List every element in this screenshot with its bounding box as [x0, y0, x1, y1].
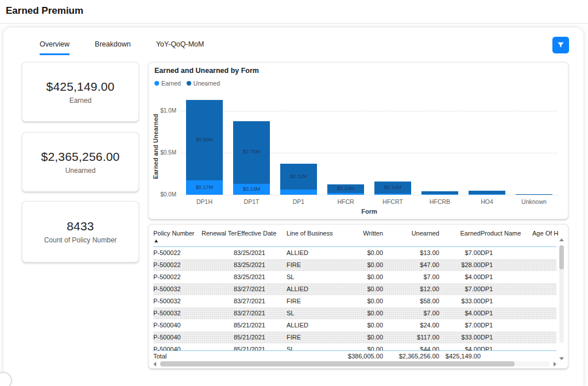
cell-effective-date: 3/25/2021	[237, 247, 287, 259]
kpi-value: $2,365,256.00	[41, 150, 120, 164]
cell-policy-number: P-500040	[153, 331, 202, 343]
table-row[interactable]: P-50004085/21/2021ALLIED$0.00$24.00$7.00…	[153, 319, 556, 331]
vertical-scrollbar	[559, 225, 565, 368]
cell-written: $0.00	[338, 247, 383, 259]
tab-breakdown[interactable]: Breakdown	[95, 40, 131, 55]
bar-data-label: $0.75M	[233, 149, 270, 155]
table-row[interactable]: P-50003283/27/2021ALLIED$0.00$12.00$7.00…	[153, 283, 556, 295]
cell-policy-number: P-500022	[153, 247, 202, 259]
filter-icon	[556, 41, 565, 49]
x-category-label: DP1H	[181, 198, 228, 205]
cell-age-of-ho	[532, 247, 559, 259]
bar-segment-earned-DP1[interactable]	[280, 190, 317, 195]
cell-policy-number: P-500022	[153, 271, 202, 283]
bar-segment-earned-HFCRB[interactable]	[421, 194, 458, 195]
column-header-effective-date[interactable]: Effective Date	[237, 225, 287, 246]
cell-effective-date: 3/27/2021	[237, 307, 287, 319]
x-category-label: HFCRB	[416, 198, 463, 205]
table-row[interactable]: P-50002283/25/2021SL$0.00$7.00$4.00DP1	[153, 271, 556, 283]
table-row[interactable]: P-50003283/27/2021SL$0.00$7.00$4.00DP1	[153, 307, 556, 319]
total-cell-product-name	[481, 351, 532, 362]
bar-segment-unearned-HO4[interactable]	[469, 191, 505, 194]
kpi-card-earned: $425,149.00 Earned	[22, 62, 139, 122]
cell-age-of-ho	[532, 283, 559, 295]
vertical-scroll-track[interactable]	[559, 245, 564, 343]
table-row[interactable]: P-50002283/25/2021ALLIED$0.00$13.00$7.00…	[153, 247, 556, 259]
filter-button[interactable]	[552, 37, 569, 53]
bar-segment-earned-HO4[interactable]	[469, 194, 505, 195]
column-header-written[interactable]: Written	[338, 225, 383, 246]
cell-unearned: $7.00	[383, 271, 439, 283]
total-cell-written: $386,005.00	[338, 351, 383, 362]
legend-item-unearned[interactable]: Unearned	[187, 80, 220, 87]
kpi-card-unearned: $2,365,256.00 Unearned	[22, 132, 139, 192]
vertical-scroll-thumb[interactable]	[559, 245, 564, 269]
cell-written: $0.00	[338, 283, 383, 295]
cell-age-of-ho	[532, 259, 559, 271]
kpi-value: $425,149.00	[47, 80, 115, 94]
cell-unearned: $7.00	[383, 307, 439, 319]
total-cell-policy-number: Total	[153, 351, 202, 362]
bar-segment-earned-HFCR[interactable]	[327, 193, 364, 195]
scroll-left-icon[interactable]	[153, 362, 156, 366]
scroll-up-icon[interactable]	[559, 238, 564, 241]
report-canvas: Overview Breakdown YoY-QoQ-MoM $425,149.…	[3, 28, 583, 386]
legend-item-earned[interactable]: Earned	[154, 80, 181, 87]
bar-segment-unearned-HFCRB[interactable]	[421, 191, 458, 194]
column-header-policy-number[interactable]: Policy Number	[153, 225, 202, 246]
tab-yoy-qoq-mom[interactable]: YoY-QoQ-MoM	[156, 40, 204, 55]
cell-policy-number: P-500040	[153, 319, 202, 331]
legend-label: Earned	[161, 80, 181, 87]
table-row[interactable]: P-50004085/21/2021FIRE$0.00$117.00$33.00…	[153, 331, 556, 343]
legend-dot-icon	[187, 81, 191, 86]
cell-renewal-term: 8	[202, 331, 237, 343]
cell-unearned: $47.00	[383, 259, 439, 271]
table-row[interactable]: P-50002283/25/2021FIRE$0.00$47.00$28.00D…	[153, 259, 556, 271]
column-header-age-of-ho[interactable]: Age Of Ho	[532, 225, 559, 246]
bar-data-label: $0.14M	[374, 184, 411, 190]
cell-line-of-business: ALLIED	[287, 319, 338, 331]
cell-written: $0.00	[338, 271, 383, 283]
cell-line-of-business: SL	[287, 271, 338, 283]
cell-earned: $28.00	[439, 259, 481, 271]
column-header-product-name[interactable]: Product Name	[481, 225, 532, 246]
bar-data-label: $0.13M	[233, 186, 270, 192]
kpi-label: Unearned	[65, 167, 96, 175]
cell-renewal-term: 8	[202, 283, 237, 295]
tab-overview[interactable]: Overview	[40, 40, 69, 55]
x-category-label: HFCRT	[369, 198, 416, 205]
horizontal-scroll-thumb[interactable]	[160, 361, 514, 366]
cell-product-name: DP1	[481, 283, 532, 295]
scroll-right-icon[interactable]	[554, 362, 556, 366]
total-cell-line-of-business	[287, 351, 338, 362]
column-header-renewal-term[interactable]: Renewal Term	[202, 225, 237, 246]
cell-renewal-term: 8	[202, 295, 237, 307]
kpi-label: Count of Policy Number	[44, 236, 117, 244]
horizontal-scroll-track[interactable]	[160, 361, 550, 366]
bar-data-label: $0.17M	[186, 184, 223, 190]
column-header-earned[interactable]: Earned	[439, 225, 481, 246]
cell-unearned: $13.00	[383, 247, 439, 259]
dashboard-page: Earned Premium Overview Breakdown YoY-Qo…	[0, 0, 588, 386]
cell-unearned: $12.00	[383, 283, 439, 295]
cell-earned: $4.00	[439, 271, 481, 283]
cell-effective-date: 3/25/2021	[237, 271, 287, 283]
cell-written: $0.00	[338, 307, 383, 319]
total-cell-unearned: $2,365,256.00	[383, 351, 439, 362]
cell-age-of-ho	[532, 319, 559, 331]
cell-age-of-ho	[532, 331, 559, 343]
bar-segment-earned-HFCRT[interactable]	[374, 194, 411, 195]
cell-earned: $33.00	[439, 331, 481, 343]
table-row[interactable]: P-50003283/27/2021FIRE$0.00$58.00$33.00D…	[153, 295, 556, 307]
kpi-value: 8433	[67, 219, 94, 233]
column-header-line-of-business[interactable]: Line of Business	[287, 225, 338, 246]
cell-renewal-term: 8	[202, 271, 237, 283]
total-cell-renewal-term	[202, 351, 237, 362]
cell-age-of-ho	[532, 307, 559, 319]
table-header-row: Policy NumberRenewal TermEffective DateL…	[153, 225, 556, 247]
column-header-unearned[interactable]: Unearned	[383, 225, 439, 246]
total-cell-effective-date	[237, 351, 287, 362]
scroll-down-icon[interactable]	[559, 357, 564, 360]
cell-product-name: DP1	[481, 247, 532, 259]
y-tick-label: $0.5M	[153, 149, 176, 156]
